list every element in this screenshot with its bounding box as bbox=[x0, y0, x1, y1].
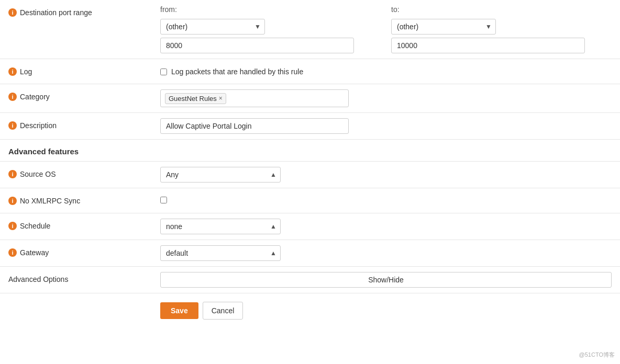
gateway-field: default WAN_DHCP LAN ▲ bbox=[160, 245, 612, 261]
port-from-section: from: (other) Any HTTP HTTPS ▼ bbox=[160, 5, 381, 53]
log-label: i Log bbox=[8, 64, 160, 76]
from-select-wrapper: (other) Any HTTP HTTPS ▼ bbox=[160, 19, 265, 35]
to-select[interactable]: (other) Any HTTP HTTPS bbox=[391, 19, 496, 35]
advanced-features-title: Advanced features bbox=[8, 147, 79, 156]
category-field-col: GuestNet Rules × bbox=[160, 89, 612, 107]
no-xmlrpc-sync-row: i No XMLRPC Sync bbox=[0, 188, 620, 213]
category-tag-remove-icon[interactable]: × bbox=[219, 95, 223, 102]
advanced-options-label-text: Advanced Options bbox=[8, 275, 68, 283]
log-checkbox-label: Log packets that are handled by this rul… bbox=[171, 67, 303, 76]
advanced-features-header: Advanced features bbox=[0, 140, 620, 162]
advanced-options-label: Advanced Options bbox=[8, 272, 160, 283]
advanced-options-row: Advanced Options Show/Hide bbox=[0, 267, 620, 293]
category-label: i Category bbox=[8, 89, 160, 101]
port-range-section: from: (other) Any HTTP HTTPS ▼ to: bbox=[160, 5, 612, 53]
buttons-row: Save Cancel bbox=[152, 293, 620, 328]
category-label-text: Category bbox=[20, 93, 50, 101]
gateway-label-text: Gateway bbox=[20, 248, 49, 257]
gateway-select[interactable]: default WAN_DHCP LAN bbox=[160, 245, 281, 261]
to-label: to: bbox=[391, 5, 612, 14]
source-os-select[interactable]: Any Windows Linux MacOS bbox=[160, 167, 281, 183]
log-label-text: Log bbox=[20, 67, 32, 76]
log-field: Log packets that are handled by this rul… bbox=[160, 64, 612, 76]
show-hide-button[interactable]: Show/Hide bbox=[160, 272, 612, 288]
source-os-label: i Source OS bbox=[8, 167, 160, 178]
description-input[interactable] bbox=[160, 118, 349, 134]
advanced-options-field: Show/Hide bbox=[160, 272, 612, 288]
to-select-wrapper: (other) Any HTTP HTTPS ▼ bbox=[391, 19, 496, 35]
category-tag-label: GuestNet Rules bbox=[169, 95, 217, 103]
no-xmlrpc-sync-text: No XMLRPC Sync bbox=[20, 197, 80, 205]
info-icon-category: i bbox=[8, 93, 17, 101]
cancel-button[interactable]: Cancel bbox=[203, 302, 243, 320]
info-icon-xmlrpc: i bbox=[8, 197, 17, 205]
watermark: @51CTO博客 bbox=[579, 351, 615, 359]
from-select[interactable]: (other) Any HTTP HTTPS bbox=[160, 19, 265, 35]
form-container: i Destination port range from: (other) A… bbox=[0, 0, 620, 364]
schedule-field: none always ▲ bbox=[160, 219, 612, 234]
gateway-row: i Gateway default WAN_DHCP LAN ▲ bbox=[0, 240, 620, 267]
schedule-select-wrapper: none always ▲ bbox=[160, 219, 281, 234]
log-row: i Log Log packets that are handled by th… bbox=[0, 59, 620, 84]
schedule-label-text: Schedule bbox=[20, 222, 50, 230]
no-xmlrpc-sync-checkbox[interactable] bbox=[160, 197, 167, 203]
schedule-row: i Schedule none always ▲ bbox=[0, 213, 620, 240]
category-tag: GuestNet Rules × bbox=[165, 93, 226, 104]
destination-port-range-row: i Destination port range from: (other) A… bbox=[0, 0, 620, 59]
gateway-select-wrapper: default WAN_DHCP LAN ▲ bbox=[160, 245, 281, 261]
log-checkbox-row: Log packets that are handled by this rul… bbox=[160, 64, 612, 76]
source-os-row: i Source OS Any Windows Linux MacOS ▲ bbox=[0, 162, 620, 188]
to-port-input[interactable] bbox=[391, 38, 585, 53]
description-label: i Description bbox=[8, 118, 160, 130]
info-icon-log: i bbox=[8, 67, 17, 76]
gateway-label: i Gateway bbox=[8, 245, 160, 257]
info-icon-description: i bbox=[8, 121, 17, 130]
from-port-input[interactable] bbox=[160, 38, 354, 53]
log-checkbox[interactable] bbox=[160, 69, 167, 75]
destination-port-range-fields: from: (other) Any HTTP HTTPS ▼ to: bbox=[160, 5, 612, 53]
source-os-label-text: Source OS bbox=[20, 170, 56, 178]
schedule-label: i Schedule bbox=[8, 219, 160, 230]
description-row: i Description bbox=[0, 113, 620, 140]
info-icon-schedule: i bbox=[8, 222, 17, 230]
port-to-section: to: (other) Any HTTP HTTPS ▼ bbox=[391, 5, 612, 53]
description-field-col bbox=[160, 118, 612, 134]
save-button[interactable]: Save bbox=[160, 302, 198, 319]
no-xmlrpc-sync-field bbox=[160, 194, 612, 205]
destination-port-range-label: i Destination port range bbox=[8, 5, 160, 17]
source-os-select-wrapper: Any Windows Linux MacOS ▲ bbox=[160, 167, 281, 183]
description-label-text: Description bbox=[20, 121, 57, 130]
info-icon-source-os: i bbox=[8, 170, 17, 178]
schedule-select[interactable]: none always bbox=[160, 219, 281, 234]
info-icon-destination-port: i bbox=[8, 8, 17, 17]
category-field[interactable]: GuestNet Rules × bbox=[160, 89, 349, 107]
from-label: from: bbox=[160, 5, 381, 14]
info-icon-gateway: i bbox=[8, 248, 17, 257]
category-row: i Category GuestNet Rules × bbox=[0, 84, 620, 113]
no-xmlrpc-sync-label: i No XMLRPC Sync bbox=[8, 194, 160, 205]
destination-port-range-text: Destination port range bbox=[20, 8, 92, 17]
source-os-field: Any Windows Linux MacOS ▲ bbox=[160, 167, 612, 183]
